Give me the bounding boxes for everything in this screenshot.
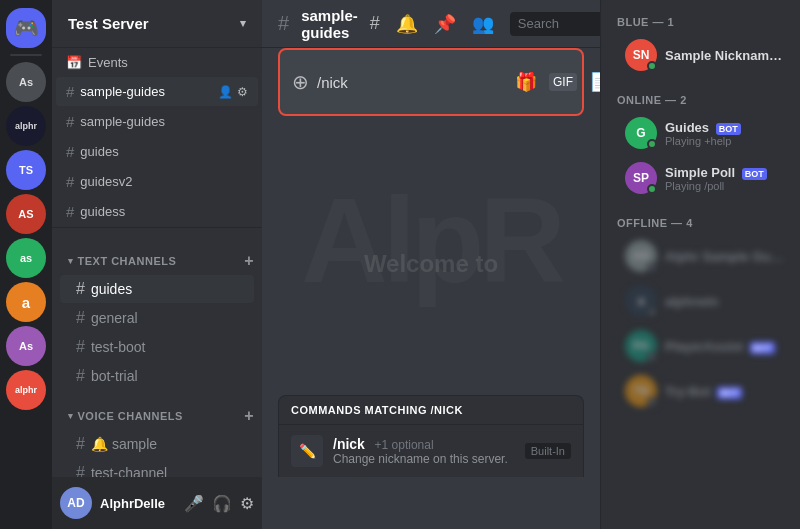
bell-icon[interactable]: 🔔 (396, 13, 418, 35)
pin-icon[interactable]: 📌 (434, 13, 456, 35)
member-name: Simple Poll BOT (665, 165, 784, 180)
search-result-guidess[interactable]: # guidess (56, 197, 258, 226)
online-status-dot (647, 184, 657, 194)
hash-icon[interactable]: # (370, 13, 380, 34)
search-result-label: sample-guides (80, 84, 165, 99)
settings-icon[interactable]: ⚙ (237, 85, 248, 99)
server-icon-as2[interactable]: AS (6, 194, 46, 234)
server-header[interactable]: Test Server ▾ (52, 0, 262, 48)
member-sample-nicknam[interactable]: SN Sample Nicknam... 👑 🚀 (609, 33, 792, 77)
avatar-initials: G (636, 126, 645, 140)
sticker-icon[interactable]: 📄 (589, 71, 600, 93)
voice-channels-category[interactable]: ▾ VOICE CHANNELS + (52, 391, 262, 429)
command-item-icon: ✏️ (291, 435, 323, 467)
channel-sample[interactable]: # 🔔 sample (60, 430, 254, 458)
server-icon-as4[interactable]: As (6, 326, 46, 366)
attach-button[interactable]: ⊕ (292, 70, 309, 94)
search-result-label: guides (80, 144, 118, 159)
online-status-dot (647, 139, 657, 149)
command-item-nick[interactable]: ✏️ /nick +1 optional Change nickname on … (279, 425, 583, 477)
server-icon-alphr[interactable]: alphr (6, 106, 46, 146)
channel-name: test-channel (91, 465, 167, 477)
search-results-list: 📅 Events # sample-guides 👤 ⚙ # sample-gu… (52, 48, 262, 228)
server-sidebar: 🎮 As alphr TS AS as a As alphr (0, 0, 52, 529)
server-icon-ts[interactable]: TS (6, 150, 46, 190)
member-info: Guides BOT Playing +help (665, 120, 784, 147)
avatar: SN (625, 39, 657, 71)
right-sidebar: BLUE — 1 SN Sample Nicknam... 👑 🚀 ONLINE… (600, 0, 800, 529)
hash-icon: # (76, 464, 85, 477)
member-guides-bot[interactable]: G Guides BOT Playing +help (609, 111, 792, 155)
command-name: /nick (333, 436, 365, 452)
hash-icon: # (66, 173, 74, 190)
bot-badge: BOT (717, 387, 742, 399)
channel-hash-icon: # (278, 12, 289, 35)
member-try-bot[interactable]: TB Try-Bot BOT (609, 369, 792, 413)
command-popup: COMMANDS MATCHING /nick ✏️ /nick +1 opti… (278, 395, 584, 477)
server-icon-as[interactable]: As (6, 62, 46, 102)
member-playerassist[interactable]: PA PlayerAssist BOT (609, 324, 792, 368)
member-name: alphrwin (665, 294, 784, 309)
mute-icon[interactable]: 🎤 (184, 494, 204, 513)
channel-name: test-boot (91, 339, 145, 355)
member-status: Playing +help (665, 135, 784, 147)
hash-icon: # (66, 83, 74, 100)
search-input[interactable] (518, 16, 609, 31)
gif-icon[interactable]: GIF (549, 73, 577, 91)
avatar-initials: a (638, 294, 645, 308)
deafen-icon[interactable]: 🎧 (212, 494, 232, 513)
search-result-guides[interactable]: # guides (56, 137, 258, 166)
server-icon-discord[interactable]: 🎮 (6, 8, 46, 48)
channel-sidebar: Test Server ▾ 📅 Events # sample-guides 👤… (52, 0, 262, 529)
offline-status-dot (647, 262, 657, 272)
search-result-sample-guides2[interactable]: # sample-guides (56, 107, 258, 136)
search-result-label: guidess (80, 204, 125, 219)
member-info: alphrwin (665, 294, 784, 309)
chevron-down-icon: ▾ (240, 17, 246, 30)
add-member-icon[interactable]: 👤 (218, 85, 233, 99)
search-result-events[interactable]: 📅 Events (56, 49, 258, 76)
text-channels-category[interactable]: ▾ TEXT CHANNELS + (52, 236, 262, 274)
member-alphrwin[interactable]: a alphrwin (609, 279, 792, 323)
member-alphr-sample[interactable]: AS Alphr Sample Gui... BOT (609, 234, 792, 278)
app-container: 🎮 As alphr TS AS as a As alphr Test Serv… (0, 0, 800, 529)
channel-general[interactable]: # general (60, 304, 254, 332)
search-result-guidesv2[interactable]: # guidesv2 (56, 167, 258, 196)
add-voice-channel-button[interactable]: + (244, 407, 254, 425)
channel-test-boot[interactable]: # test-boot (60, 333, 254, 361)
hash-icon: # (76, 367, 85, 385)
arrow-icon: ▾ (68, 256, 74, 266)
member-name: Sample Nicknam... 👑 🚀 (665, 48, 784, 63)
channel-test-channel[interactable]: # test-channel (60, 459, 254, 477)
channel-bot-trial[interactable]: # bot-trial (60, 362, 254, 390)
user-bar: AD AlphrDelle 🎤 🎧 ⚙ (52, 477, 262, 529)
hash-icon: # (66, 203, 74, 220)
search-result-sample-guides-active[interactable]: # sample-guides 👤 ⚙ (56, 77, 258, 106)
add-text-channel-button[interactable]: + (244, 252, 254, 270)
input-icons: 🎁 GIF 📄 😊 (515, 71, 600, 93)
settings-icon[interactable]: ⚙ (240, 494, 254, 513)
offline-status-dot (647, 307, 657, 317)
hash-icon: # (76, 435, 85, 453)
message-input[interactable] (317, 74, 507, 91)
members-icon[interactable]: 👥 (472, 13, 494, 35)
member-section-blue: BLUE — 1 (601, 0, 800, 32)
server-icon-alphr2[interactable]: alphr (6, 370, 46, 410)
offline-status-dot (647, 352, 657, 362)
main-content: # sample-guides # 🔔 📌 👥 🔍 🖥 ❓ AlpR Welco… (262, 0, 600, 529)
hash-icon: # (76, 309, 85, 327)
server-icon-as3[interactable]: as (6, 238, 46, 278)
hash-icon: # (76, 280, 85, 298)
channel-guides[interactable]: # guides (60, 275, 254, 303)
member-status: Playing /poll (665, 180, 784, 192)
search-result-label: guidesv2 (80, 174, 132, 189)
avatar: AD (60, 487, 92, 519)
arrow-icon: ▾ (68, 411, 74, 421)
gift-icon[interactable]: 🎁 (515, 71, 537, 93)
channels-container: ▾ TEXT CHANNELS + # guides # general # t… (52, 228, 262, 477)
user-controls: 🎤 🎧 ⚙ (184, 494, 254, 513)
member-simple-poll[interactable]: SP Simple Poll BOT Playing /poll (609, 156, 792, 200)
topbar-channel-name: sample-guides (301, 7, 358, 41)
avatar-initials: AS (633, 249, 650, 263)
server-icon-a[interactable]: a (6, 282, 46, 322)
